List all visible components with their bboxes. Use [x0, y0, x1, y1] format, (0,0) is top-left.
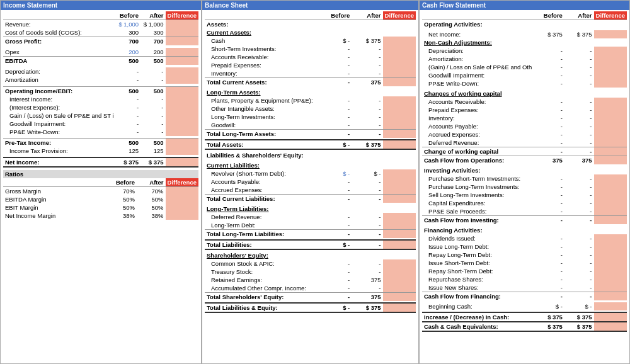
cashflow-body: Before After Difference Operating Activi…	[420, 10, 629, 363]
income-row-label: Amortization	[3, 76, 116, 84]
balance-row-label: Accounts Payable:	[205, 178, 321, 186]
income-row-diff	[166, 128, 198, 136]
balance-row-after: -	[352, 53, 382, 61]
ratio-diff	[166, 203, 198, 212]
balance-total2-before: $ -	[321, 303, 352, 312]
balance-row-after: $ 375	[352, 37, 382, 45]
balance-total-before: -	[321, 78, 352, 87]
income-row-diff	[166, 37, 198, 46]
balance-table-row: Goodwill: - -	[205, 121, 416, 130]
balance-row-after: -	[352, 221, 382, 230]
cashflow-total-label: Cash Flow from Operations:	[422, 156, 535, 165]
cashflow-total-after: -	[564, 292, 594, 301]
cashflow-total2-before: $ 375	[535, 312, 564, 322]
income-row-before: -	[116, 111, 140, 120]
balance-sheet-body: Before After Difference Assets:Current A…	[202, 10, 418, 363]
income-row-after: $ 375	[140, 157, 165, 167]
cashflow-table-row: PP&E Sale Proceeds: - -	[422, 207, 627, 216]
balance-table-row: Assets:	[205, 20, 416, 29]
cashflow-row-diff	[594, 106, 627, 114]
balance-row-diff	[383, 284, 416, 293]
balance-total-label: Total Current Liabilities:	[205, 195, 321, 203]
balance-row-after: $ -	[352, 169, 382, 178]
income-table-row: Net Income: $ 375 $ 375	[3, 157, 198, 167]
income-row-after: 200	[140, 48, 165, 57]
cashflow-row-diff	[594, 55, 627, 63]
income-col-before: Before	[116, 11, 140, 20]
income-row-before: -	[116, 128, 140, 136]
balance-row-after: -	[352, 178, 382, 186]
cashflow-table-row: PP&E Write-Down: - -	[422, 79, 627, 88]
cashflow-row-before: -	[535, 207, 564, 216]
ratios-header: Ratios	[3, 170, 198, 178]
cashflow-row-after: -	[564, 267, 594, 275]
cashflow-row-before: -	[535, 191, 564, 199]
ratio-label: EBIT Margin	[3, 203, 108, 212]
income-table-row: Cost of Goods Sold (COGS): 300 300	[3, 28, 198, 37]
cashflow-table-row: Net Income: $ 375 $ 375	[422, 30, 627, 38]
cashflow-row-before: -	[535, 267, 564, 275]
cashflow-table-row: Goodwill Impairment: - -	[422, 71, 627, 79]
balance-total-label: Total Current Assets:	[205, 78, 321, 87]
balance-row-diff	[383, 178, 416, 186]
balance-section-label: Liabilities & Shareholders' Equity:	[205, 151, 416, 159]
ratios-table-row: Net Income Margin 38% 38%	[3, 212, 198, 220]
income-row-diff	[166, 67, 198, 76]
cashflow-row-after: -	[564, 79, 594, 88]
cashflow-total-diff	[594, 216, 627, 225]
balance-sheet-title: Balance Sheet	[202, 1, 418, 10]
income-header-row: Before After Difference	[3, 11, 198, 20]
cashflow-row-diff	[594, 183, 627, 191]
income-row-before: $ 1,000	[116, 20, 140, 29]
cashflow-row-after: -	[564, 63, 594, 71]
balance-table-row: Shareholders' Equity:	[205, 251, 416, 259]
ratio-before: 38%	[108, 212, 137, 220]
cashflow-row-diff	[594, 267, 627, 275]
cashflow-row-after: -	[564, 207, 594, 216]
balance-total-after: 375	[352, 78, 382, 87]
cashflow-total-diff	[594, 147, 627, 156]
balance-subsection-label: Long-Term Liabilities:	[205, 205, 416, 213]
balance-row-diff	[383, 259, 416, 268]
cashflow-row-label: Capital Expenditures:	[422, 199, 535, 207]
income-table-row: Interest Income: - -	[3, 95, 198, 103]
balance-row-after: -	[352, 113, 382, 121]
cashflow-total-before: -	[535, 292, 564, 301]
cashflow-row-label: (Gain) / Loss on Sale of PP&E and Oth	[422, 63, 535, 71]
cashflow-row-label: Repurchase Shares:	[422, 275, 535, 283]
cashflow-row-after: -	[564, 71, 594, 79]
balance-total2-after: $ 375	[352, 140, 382, 149]
balance-row-after: -	[352, 259, 382, 268]
income-row-diff	[166, 139, 198, 147]
balance-table-row: Accrued Expenses: - -	[205, 186, 416, 195]
cashflow-row-diff	[594, 130, 627, 139]
cashflow-table-row: Accounts Payable: - -	[422, 122, 627, 130]
balance-row-diff	[383, 61, 416, 69]
balance-total-diff	[383, 293, 416, 302]
balance-row-before: -	[321, 221, 352, 230]
balance-row-label: Goodwill:	[205, 121, 321, 130]
cashflow-row-diff	[594, 251, 627, 259]
ratio-before: 50%	[108, 195, 137, 203]
income-table-row: (Interest Expense): - -	[3, 103, 198, 111]
cashflow-row-before: -	[535, 283, 564, 292]
cashflow-table-row: Investing Activities:	[422, 166, 627, 174]
cashflow-row-diff	[594, 122, 627, 130]
income-row-diff	[166, 95, 198, 103]
income-row-before: -	[116, 76, 140, 84]
cashflow-row-label: Deferred Revenue:	[422, 139, 535, 147]
balance-subsection-label: Long-Term Assets:	[205, 88, 416, 96]
cashflow-table-row: Prepaid Expenses: - -	[422, 106, 627, 114]
cashflow-row-before: -	[535, 183, 564, 191]
balance-row-diff	[383, 276, 416, 284]
balance-row-label: Long-Term Investments:	[205, 113, 321, 121]
income-table-row: Operating Income/EBIT: 500 500	[3, 86, 198, 95]
cashflow-row-label: Net Income:	[422, 30, 535, 38]
income-row-label: Depreciation:	[3, 67, 116, 76]
cashflow-table-row: Issue Long-Term Debt: - -	[422, 242, 627, 251]
cashflow-row-before: -	[535, 106, 564, 114]
balance-table-row: Prepaid Expenses: - -	[205, 61, 416, 69]
income-row-after: -	[140, 67, 165, 76]
income-row-before: 200	[116, 48, 140, 57]
income-row-after: -	[140, 111, 165, 120]
